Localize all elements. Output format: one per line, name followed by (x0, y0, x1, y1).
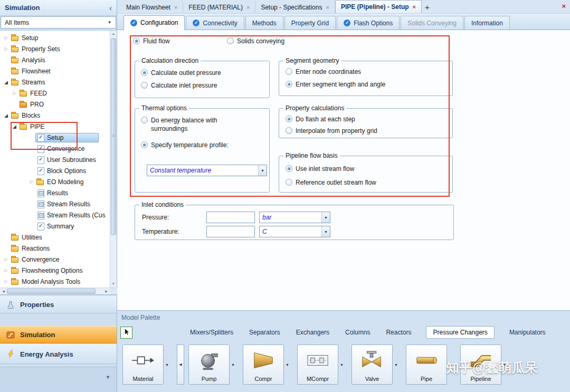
radio-do-flash-at-each-step[interactable]: Do flash at each step (286, 115, 452, 123)
scrollbar-thumb[interactable]: ≡ (111, 39, 116, 235)
scroll-left-icon[interactable]: ◀ (0, 288, 7, 294)
close-tab-icon[interactable]: × (174, 4, 177, 11)
properties-button[interactable]: Properties (0, 296, 117, 313)
document-tab-setup-specifications[interactable]: Setup - Specifications× (255, 1, 335, 13)
palette-tab-mixers-splitters[interactable]: Mixers/Splitters (189, 327, 234, 338)
expander-icon[interactable]: ▷ (2, 279, 10, 284)
close-tab-icon[interactable]: × (246, 4, 250, 11)
dropdown-arrow-icon[interactable]: ▼ (258, 165, 267, 176)
tree-item-pro[interactable]: PRO (0, 99, 110, 110)
palette-item-button[interactable]: Pump (188, 345, 230, 385)
form-tab-flash-options[interactable]: ✓Flash Options (337, 16, 400, 30)
tree-item-flowsheeting-options[interactable]: ▷Flowsheeting Options (0, 265, 110, 276)
tree-item-model-analysis-tools[interactable]: ▷Model Analysis Tools (0, 276, 110, 287)
close-tab-icon[interactable]: × (326, 4, 329, 11)
tree-item-analysis[interactable]: Analysis (0, 54, 110, 65)
form-tab-connectivity[interactable]: ✓Connectivity (186, 16, 244, 30)
radio-calculate-outlet-pressure[interactable]: Calculate outlet pressure (141, 69, 269, 77)
palette-item-button[interactable]: Valve (352, 345, 393, 385)
tree-horizontal-scrollbar[interactable]: ◀ ▶ (0, 288, 117, 294)
radio-enter-node-coordinates[interactable]: Enter node coordinates (286, 68, 452, 76)
palette-scroll-left-button[interactable]: ◀ (177, 345, 184, 385)
tree-item-block-options[interactable]: Block Options (0, 165, 110, 176)
expander-icon[interactable]: ▷ (2, 35, 10, 40)
radio-calculate-inlet-pressure[interactable]: Calculate inlet pressure (141, 81, 269, 90)
scroll-right-icon[interactable]: ▶ (103, 288, 110, 294)
form-tab-solids-conveying[interactable]: Solids Conveying (401, 16, 463, 30)
palette-item-dropdown-icon[interactable]: ▼ (393, 363, 400, 367)
select-mode-button[interactable] (120, 327, 132, 339)
palette-item-dropdown-icon[interactable]: ▼ (164, 363, 170, 367)
tree-item-setup[interactable]: ▷Setup (0, 32, 110, 43)
form-tab-configuration[interactable]: ✓Configuration (124, 15, 185, 30)
radio-use-inlet-stream-flow[interactable]: Use inlet stream flow (286, 165, 452, 173)
close-tab-icon[interactable]: × (413, 4, 416, 10)
palette-tab-pressure-changers[interactable]: Pressure Changers (426, 326, 494, 339)
radio-solids-conveying[interactable]: Solids conveying (227, 37, 284, 45)
scrollbar-thumb[interactable] (7, 289, 96, 294)
dropdown-arrow-icon[interactable]: ▼ (321, 226, 330, 237)
tree-vertical-scrollbar[interactable]: ▲ ≡ ▼ (110, 31, 117, 288)
tree-item-flowsheet[interactable]: Flowsheet (0, 65, 110, 77)
tree-item-eo-modeling[interactable]: ▷EO Modeling (0, 176, 110, 187)
expander-icon[interactable]: ▷ (2, 257, 10, 262)
radio-specify-temperature-profile[interactable]: Specify temperature profile: (141, 141, 269, 149)
radio-interpolate-from-property-grid[interactable]: Interpolate from property grid (286, 127, 452, 135)
palette-item-button[interactable]: MCompr (297, 345, 338, 385)
collapse-pane-icon[interactable]: ‹ (109, 5, 112, 11)
palette-item-dropdown-icon[interactable]: ▼ (284, 363, 291, 367)
tree-item-convergence[interactable]: Convergence (0, 143, 110, 154)
tree-item-feed[interactable]: ▷FEED (0, 88, 110, 99)
palette-tab-reactors[interactable]: Reactors (385, 327, 412, 338)
palette-item-dropdown-icon[interactable]: ▼ (338, 363, 345, 367)
scrollbar-track[interactable] (96, 288, 103, 294)
expander-icon[interactable]: ◢ (2, 80, 10, 85)
scroll-down-icon[interactable]: ▼ (110, 281, 117, 288)
document-tab-feed-material[interactable]: FEED (MATERIAL)× (183, 1, 255, 13)
expander-icon[interactable]: ▷ (2, 268, 10, 273)
palette-tab-columns[interactable]: Columns (344, 327, 371, 338)
radio-do-energy-balance-with-surroundings[interactable]: Do energy balance with surroundings (141, 116, 269, 133)
dropdown-arrow-icon[interactable]: ▼ (106, 20, 113, 25)
dropdown-arrow-icon[interactable]: ▼ (321, 212, 330, 223)
radio-enter-segment-length-and-angle[interactable]: Enter segment length and angle (286, 80, 452, 89)
tree-item-blocks[interactable]: ◢Blocks (0, 110, 110, 121)
expander-icon[interactable]: ▷ (27, 179, 35, 184)
tree-item-results[interactable]: Results (0, 187, 110, 198)
form-tab-methods[interactable]: Methods (245, 16, 283, 30)
document-tab-pipe-pipeline-setup[interactable]: PIPE (Pipeline) - Setup× (335, 0, 422, 13)
tree-item-summary[interactable]: Summary (0, 221, 110, 232)
tree-item-utilities[interactable]: Utilities (0, 232, 110, 243)
palette-item-button[interactable]: Pipe (406, 345, 447, 385)
palette-tab-exchangers[interactable]: Exchangers (295, 327, 330, 338)
radio-fluid-flow[interactable]: Fluid flow (133, 37, 227, 45)
expander-icon[interactable]: ▷ (2, 46, 10, 51)
tree-item-property-sets[interactable]: ▷Property Sets (0, 43, 110, 54)
palette-tab-manipulators[interactable]: Manipulators (508, 327, 547, 338)
energy-analysis-button[interactable]: Energy Analysis (0, 344, 117, 364)
temperature-input[interactable] (206, 226, 255, 237)
palette-tab-separators[interactable]: Separators (248, 327, 281, 338)
close-button[interactable]: × (562, 2, 566, 10)
pane-options-icon[interactable]: ▼ (106, 375, 110, 380)
tree-item-streams[interactable]: ◢Streams (0, 77, 110, 88)
document-tab-main-flowsheet[interactable]: Main Flowsheet× (121, 1, 183, 13)
form-tab-property-grid[interactable]: Property Grid (284, 16, 336, 30)
palette-item-dropdown-icon[interactable]: ▼ (447, 363, 454, 367)
simulation-button[interactable]: Simulation (0, 326, 117, 343)
tree-item-reactions[interactable]: Reactions (0, 243, 110, 254)
form-tab-information[interactable]: Information (464, 16, 510, 30)
palette-item-button[interactable]: Pipeline (460, 345, 501, 385)
palette-item-dropdown-icon[interactable]: ▼ (230, 363, 236, 367)
palette-item-button[interactable]: Compr (243, 345, 284, 385)
tree-item-setup[interactable]: Setup (0, 132, 110, 143)
items-filter-select[interactable]: All Items ▼ (1, 16, 116, 28)
tree-item-user-subroutines[interactable]: User Subroutines (0, 154, 110, 165)
pressure-input[interactable] (206, 212, 255, 223)
pressure-unit-select[interactable]: bar ▼ (259, 212, 330, 223)
tree-item-stream-results[interactable]: Stream Results (0, 198, 110, 209)
palette-item-button[interactable]: Material (122, 345, 164, 385)
expander-icon[interactable]: ▷ (11, 91, 18, 95)
expander-icon[interactable]: ◢ (11, 124, 18, 129)
expander-icon[interactable]: ◢ (2, 113, 10, 118)
